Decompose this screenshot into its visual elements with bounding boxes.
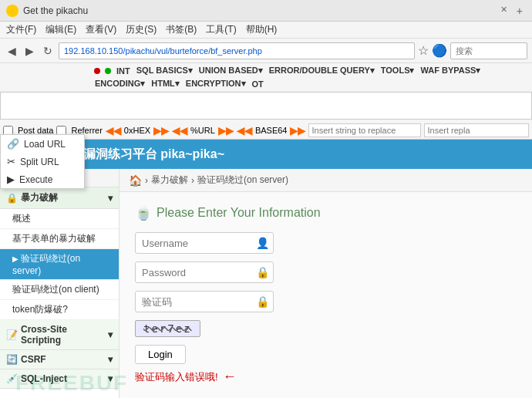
sidebar-group-csrf-label: CSRF — [21, 354, 46, 365]
content-body: 🍵 Please Enter Your Information 👤 🔒 — [120, 192, 532, 397]
hackbar-textarea[interactable] — [0, 92, 532, 120]
breadcrumb-current: 验证码绕过(on server) — [197, 174, 288, 187]
search-input[interactable] — [450, 42, 527, 59]
sidebar-group-xss-label: Cross-Site Scripting — [21, 324, 108, 346]
window-controls: ✕ + — [497, 5, 526, 17]
replace-input2[interactable] — [424, 123, 529, 137]
split-url-item[interactable]: ✂ Split URL — [1, 153, 84, 170]
password-input[interactable] — [135, 261, 274, 283]
form-group-username: 👤 — [135, 232, 517, 254]
title-bar: Get the pikachu ✕ + — [0, 0, 532, 22]
menu-bar: 文件(F) 编辑(E) 查看(V) 历史(S) 书签(B) 工具(T) 帮助(H… — [0, 22, 532, 39]
lock-icon: 🔒 — [6, 193, 18, 204]
sql-chevron-icon: ▾ — [108, 373, 113, 384]
sql-icon: 💉 — [6, 373, 18, 384]
arrow-base64: ◀◀ — [237, 125, 252, 137]
form-group-password: 🔒 — [135, 261, 517, 283]
username-wrap: 👤 — [135, 232, 274, 254]
execute-item[interactable]: ▶ Execute — [1, 170, 84, 188]
captcha-input[interactable] — [135, 291, 274, 312]
browser-icon — [6, 5, 19, 17]
sidebar-item-captcha-server[interactable]: 验证码绕过(on server) — [0, 249, 119, 280]
menu-file[interactable]: 文件(F) — [6, 23, 36, 36]
chevron-down-icon: ▾ — [108, 193, 113, 204]
hackbar: 🔗 Load URL ✂ Split URL ▶ Execute INT SQL… — [0, 63, 532, 140]
hackbar-waf-bypass[interactable]: WAF BYPASS▾ — [418, 65, 483, 76]
xss-chevron-icon: ▾ — [108, 329, 113, 340]
captcha-image[interactable]: ter7ez — [135, 320, 200, 337]
dot-red — [94, 68, 100, 74]
csrf-chevron-icon: ▾ — [108, 354, 113, 365]
captcha-row: ter7ez — [135, 320, 517, 337]
user-icon: 👤 — [256, 237, 269, 249]
menu-bookmark[interactable]: 书签(B) — [166, 23, 197, 36]
tea-icon: 🍵 — [135, 204, 152, 221]
breadcrumb-sep1: › — [145, 175, 148, 186]
sidebar-group-csrf[interactable]: 🔄 CSRF ▾ — [0, 350, 119, 369]
hackbar-int[interactable]: INT — [114, 66, 133, 76]
captcha-lock-icon: 🔒 — [256, 295, 269, 308]
captcha-input-wrap: 🔒 — [135, 291, 274, 312]
arrow-0xhex: ◀◀ — [106, 125, 121, 137]
content-area: 🏠 › 暴力破解 › 验证码绕过(on server) 🍵 Please Ent… — [120, 169, 532, 398]
breadcrumb: 🏠 › 暴力破解 › 验证码绕过(on server) — [120, 169, 532, 192]
login-button[interactable]: Login — [135, 345, 186, 364]
sidebar-item-form-brute[interactable]: 基于表单的暴力破解 — [0, 229, 119, 249]
username-input[interactable] — [135, 232, 274, 254]
hackbar-error-query[interactable]: ERROR/DOUBLE QUERY▾ — [267, 65, 377, 76]
url-label: %URL — [190, 126, 215, 135]
hackbar-side-menu: 🔗 Load URL ✂ Split URL ▶ Execute — [0, 134, 85, 189]
forward-button[interactable]: ▶ — [22, 43, 37, 59]
sidebar-group-brute[interactable]: 🔒 暴力破解 ▾ — [0, 187, 119, 209]
reload-button[interactable]: ↻ — [40, 43, 56, 59]
error-text: 验证码输入错误哦! — [135, 370, 218, 384]
replace-input[interactable] — [308, 123, 421, 137]
arrow-url-right: ▶▶ — [218, 125, 234, 137]
hackbar-union-based[interactable]: UNION BASED▾ — [197, 65, 265, 76]
nav-bar: ◀ ▶ ↻ ☆ 🔵 — [0, 39, 532, 63]
error-message: 验证码输入错误哦! ← — [135, 369, 517, 385]
sidebar-item-captcha-client[interactable]: 验证码绕过(on client) — [0, 280, 119, 300]
execute-label: Execute — [19, 174, 52, 185]
menu-tools[interactable]: 工具(T) — [206, 23, 236, 36]
hackbar-encryption[interactable]: ENCRYPTION▾ — [184, 78, 248, 89]
load-url-label: Load URL — [24, 139, 66, 150]
menu-help[interactable]: 帮助(H) — [246, 23, 278, 36]
arrow-url: ◀◀ — [172, 125, 187, 137]
csrf-icon: 🔄 — [6, 354, 18, 365]
password-wrap: 🔒 — [135, 261, 274, 283]
tab-close-btn[interactable]: ✕ — [497, 5, 510, 17]
sidebar-item-token[interactable]: token防爆破? — [0, 300, 119, 320]
refresh-icon[interactable]: 🔵 — [432, 43, 447, 58]
main-layout: 🏷 系统介绍 🔒 暴力破解 ▾ 概述 基于表单的暴力破解 验证码绕过(on se… — [0, 169, 532, 398]
lock-icon: 🔒 — [256, 266, 269, 278]
arrow-0xhex-right: ▶▶ — [153, 125, 169, 137]
menu-view[interactable]: 查看(V) — [86, 23, 116, 36]
load-url-item[interactable]: 🔗 Load URL — [1, 135, 84, 153]
menu-edit[interactable]: 编辑(E) — [45, 23, 76, 36]
sidebar-group-brute-label: 暴力破解 — [21, 191, 58, 204]
back-button[interactable]: ◀ — [5, 43, 19, 59]
0xhex-label: 0xHEX — [124, 126, 150, 135]
arrow-base64-right: ▶▶ — [290, 125, 305, 137]
hackbar-tools[interactable]: TOOLS▾ — [379, 65, 417, 76]
sidebar-item-overview[interactable]: 概述 — [0, 209, 119, 229]
tab-add-btn[interactable]: + — [513, 5, 526, 17]
breadcrumb-brute[interactable]: 暴力破解 — [151, 174, 188, 187]
hackbar-html[interactable]: HTML▾ — [149, 78, 182, 89]
section-title-text: Please Enter Your Information — [157, 206, 321, 220]
menu-history[interactable]: 历史(S) — [126, 23, 157, 36]
title-text: Get the pikachu — [23, 5, 497, 16]
sidebar-group-xss[interactable]: 📝 Cross-Site Scripting ▾ — [0, 320, 119, 350]
home-icon[interactable]: 🏠 — [129, 174, 142, 187]
hackbar-sql-basics[interactable]: SQL BASICS▾ — [134, 65, 195, 76]
address-bar[interactable] — [59, 42, 415, 59]
hackbar-encoding[interactable]: ENCODING▾ — [93, 78, 147, 89]
split-url-icon: ✂ — [7, 156, 15, 167]
bookmark-icon[interactable]: ☆ — [418, 43, 429, 58]
sidebar-group-sql[interactable]: 💉 SQL-Inject ▾ — [0, 369, 119, 389]
error-arrow-icon: ← — [223, 369, 237, 385]
hackbar-ot[interactable]: OT — [250, 79, 266, 89]
base64-label: BASE64 — [255, 126, 288, 135]
breadcrumb-sep2: › — [191, 175, 194, 186]
